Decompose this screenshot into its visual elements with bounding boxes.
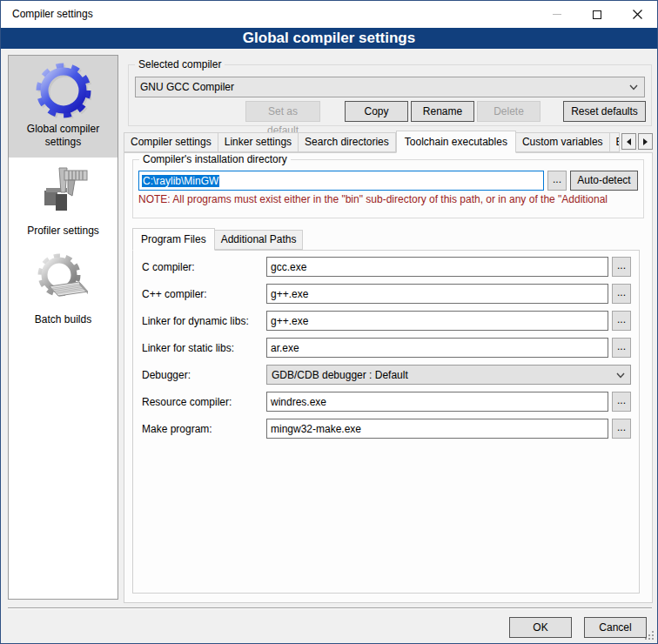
selected-compiler-group: Selected compiler GNU GCC Compiler Set a…	[128, 64, 652, 126]
browse-c-compiler-button[interactable]: ...	[612, 257, 631, 277]
make-program-input[interactable]: mingw32-make.exe	[266, 419, 608, 439]
gray-gear-stack-icon	[36, 253, 91, 309]
cancel-button[interactable]: Cancel	[584, 617, 647, 638]
field-label: C++ compiler:	[142, 288, 266, 300]
field-label: Debugger:	[142, 369, 266, 381]
field-value: mingw32-make.exe	[271, 423, 361, 435]
settings-tabstrip: Compiler settings Linker settings Search…	[124, 130, 653, 152]
debugger-select[interactable]: GDB/CDB debugger : Default	[266, 365, 631, 385]
field-value: g++.exe	[271, 288, 308, 300]
field-row-cpp-compiler: C++ compiler: g++.exe ...	[142, 284, 631, 304]
field-row-c-compiler: C compiler: gcc.exe ...	[142, 257, 631, 277]
tab-search-directories[interactable]: Search directories	[299, 132, 396, 152]
window-controls	[537, 1, 657, 28]
sidebar-item-global-compiler-settings[interactable]: Global compiler settings	[9, 56, 118, 158]
reset-defaults-button[interactable]: Reset defaults	[563, 101, 646, 122]
arrow-right-icon	[643, 138, 648, 145]
note-text: NOTE: All programs must exist either in …	[138, 193, 638, 205]
browse-cpp-compiler-button[interactable]: ...	[612, 284, 631, 304]
field-value: g++.exe	[271, 315, 308, 327]
close-button[interactable]	[617, 1, 657, 28]
field-label: Linker for static libs:	[142, 342, 266, 354]
compiler-settings-window: Compiler settings Global compiler settin…	[0, 0, 658, 644]
toolchain-executables-page: Compiler's installation directory C:\ray…	[124, 152, 653, 603]
field-row-linker-dynamic: Linker for dynamic libs: g++.exe ...	[142, 311, 631, 331]
tab-custom-variables[interactable]: Custom variables	[516, 132, 610, 152]
set-as-default-button: Set as default	[245, 101, 320, 122]
cpp-compiler-input[interactable]: g++.exe	[266, 284, 608, 304]
sidebar-item-label: Batch builds	[10, 313, 116, 326]
sidebar-item-label: Global compiler settings	[10, 123, 116, 149]
chevron-down-icon	[629, 84, 638, 91]
tab-scroll-arrows	[620, 133, 653, 150]
installation-directory-input[interactable]: C:\raylib\MinGW	[138, 171, 544, 191]
tab-scroll-left-button[interactable]	[621, 133, 636, 150]
minimize-button[interactable]	[537, 1, 577, 28]
sidebar-item-batch-builds[interactable]: Batch builds	[9, 246, 118, 335]
titlebar: Compiler settings	[1, 1, 657, 28]
field-row-resource-compiler: Resource compiler: windres.exe ...	[142, 392, 631, 412]
tab-scroll-right-button[interactable]	[638, 133, 653, 150]
browse-linker-dynamic-button[interactable]: ...	[612, 311, 631, 331]
field-row-make-program: Make program: mingw32-make.exe ...	[142, 419, 631, 439]
program-files-tabstrip: Program Files Additional Paths	[132, 227, 644, 250]
maximize-button[interactable]	[577, 1, 617, 28]
browse-linker-static-button[interactable]: ...	[612, 338, 631, 358]
sidebar-item-label: Profiler settings	[10, 225, 116, 238]
tab-build-options[interactable]: Build options	[610, 132, 620, 152]
browse-directory-button[interactable]: ...	[547, 171, 567, 191]
installation-directory-group: Compiler's installation directory C:\ray…	[132, 159, 644, 218]
rename-button[interactable]: Rename	[411, 101, 474, 122]
compiler-buttons-row: Set as default Copy Rename Delete Reset …	[129, 101, 651, 122]
field-value: gcc.exe	[271, 261, 306, 273]
tab-compiler-settings[interactable]: Compiler settings	[124, 132, 218, 152]
delete-button: Delete	[477, 101, 540, 122]
field-label: Make program:	[142, 423, 266, 435]
settings-category-list: Global compiler settings Profiler settin…	[8, 55, 118, 600]
tab-toolchain-executables[interactable]: Toolchain executables	[396, 131, 516, 153]
resource-compiler-input[interactable]: windres.exe	[266, 392, 608, 412]
auto-detect-button[interactable]: Auto-detect	[570, 171, 638, 191]
compiler-select[interactable]: GNU GCC Compiler	[135, 77, 645, 97]
compiler-select-value: GNU GCC Compiler	[140, 81, 234, 93]
chevron-down-icon	[616, 372, 625, 379]
main-panel: Selected compiler GNU GCC Compiler Set a…	[124, 55, 653, 603]
linker-static-input[interactable]: ar.exe	[266, 338, 608, 358]
arrow-left-icon	[627, 138, 631, 145]
tab-linker-settings[interactable]: Linker settings	[218, 132, 299, 152]
browse-make-program-button[interactable]: ...	[612, 419, 631, 439]
blue-gear-icon	[36, 63, 91, 118]
field-row-linker-static: Linker for static libs: ar.exe ...	[142, 338, 631, 358]
tab-program-files[interactable]: Program Files	[132, 228, 215, 251]
field-value: windres.exe	[271, 396, 326, 408]
field-label: Linker for dynamic libs:	[142, 315, 266, 327]
program-files-page: C compiler: gcc.exe ... C++ compiler: g+…	[132, 250, 640, 594]
field-value: GDB/CDB debugger : Default	[272, 369, 408, 381]
group-label: Selected compiler	[135, 58, 225, 70]
dialog-banner: Global compiler settings	[1, 28, 657, 49]
maximize-icon	[593, 10, 601, 19]
field-label: Resource compiler:	[142, 396, 266, 408]
browse-resource-compiler-button[interactable]: ...	[612, 392, 631, 412]
field-value: ar.exe	[271, 342, 299, 354]
group-label: Compiler's installation directory	[139, 153, 291, 165]
copy-button[interactable]: Copy	[345, 101, 408, 122]
minimize-icon	[553, 14, 561, 15]
window-title: Compiler settings	[12, 8, 93, 20]
sidebar-item-profiler-settings[interactable]: Profiler settings	[9, 158, 118, 246]
close-icon	[633, 10, 642, 19]
selected-text: C:\raylib\MinGW	[142, 175, 219, 187]
linker-dynamic-input[interactable]: g++.exe	[266, 311, 608, 331]
field-row-debugger: Debugger: GDB/CDB debugger : Default	[142, 365, 631, 385]
field-label: C compiler:	[142, 261, 266, 273]
resize-grip[interactable]	[652, 638, 654, 640]
footer-divider	[8, 607, 652, 609]
ok-button[interactable]: OK	[509, 617, 572, 638]
c-compiler-input[interactable]: gcc.exe	[266, 257, 608, 277]
caliper-icon	[36, 164, 91, 220]
installation-directory-row: C:\raylib\MinGW ... Auto-detect	[138, 171, 638, 191]
tab-additional-paths[interactable]: Additional Paths	[215, 230, 304, 250]
